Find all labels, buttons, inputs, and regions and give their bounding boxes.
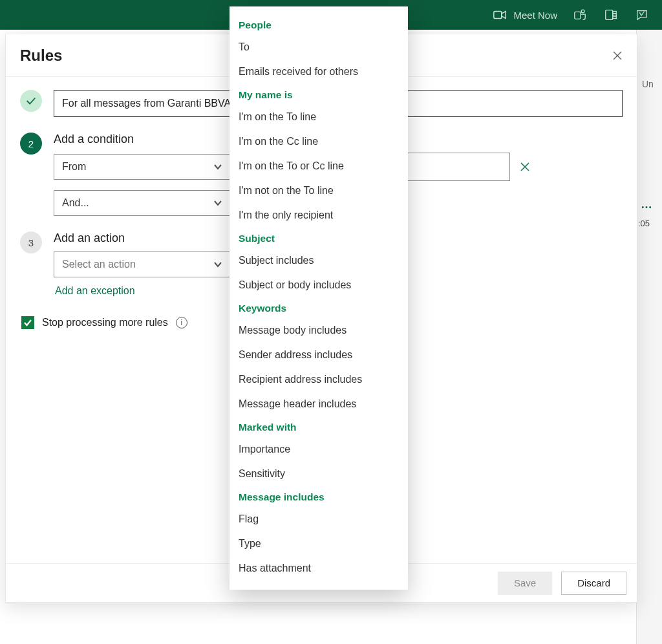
dropdown-item[interactable]: I'm on the To line (230, 105, 408, 129)
condition-from-value: From (62, 161, 86, 173)
dropdown-group-header: Message includes (230, 486, 408, 507)
svg-marker-1 (502, 12, 506, 19)
time-label: :05 (638, 219, 650, 228)
step2-bullet: 2 (20, 133, 42, 155)
save-button[interactable]: Save (498, 572, 552, 595)
dropdown-item[interactable]: Sender address includes (230, 343, 408, 367)
dropdown-item[interactable]: Subject or body includes (230, 273, 408, 297)
svg-point-3 (581, 10, 584, 13)
dropdown-item[interactable]: Flag (230, 507, 408, 531)
x-icon (519, 161, 531, 173)
video-icon (493, 8, 507, 22)
dropdown-item[interactable]: I'm not on the To line (230, 178, 408, 203)
dropdown-item[interactable]: Message header includes (230, 392, 408, 416)
stop-processing-checkbox[interactable] (21, 316, 34, 329)
meet-now-label: Meet Now (513, 10, 557, 21)
dropdown-group-header: Marked with (230, 416, 408, 437)
chevron-down-icon (213, 260, 222, 269)
svg-rect-0 (494, 12, 502, 19)
dropdown-item[interactable]: Recipient address includes (230, 367, 408, 392)
dropdown-item[interactable]: Message body includes (230, 318, 408, 343)
more-icon[interactable]: … (641, 198, 654, 211)
condition-dropdown: PeopleToEmails received for othersMy nam… (230, 6, 408, 590)
dropdown-item[interactable]: Subject includes (230, 248, 408, 273)
chevron-down-icon (213, 162, 222, 171)
action-select[interactable]: Select an action (54, 252, 231, 277)
teams-icon[interactable] (571, 6, 588, 23)
dropdown-item[interactable]: I'm on the To or Cc line (230, 154, 408, 178)
dropdown-group-header: My name is (230, 84, 408, 105)
dropdown-item[interactable]: I'm the only recipient (230, 203, 408, 228)
condition-and-select[interactable]: And... (54, 190, 231, 216)
stop-processing-label: Stop processing more rules (42, 317, 168, 328)
background-list-strip: Un … :05 (636, 30, 662, 644)
action-placeholder: Select an action (62, 259, 136, 270)
svg-rect-7 (613, 16, 617, 19)
svg-rect-4 (606, 10, 613, 20)
dropdown-group-header: Keywords (230, 297, 408, 318)
dropdown-group-header: Subject (230, 228, 408, 248)
dropdown-item[interactable]: Emails received for others (230, 59, 408, 84)
step1-bullet (20, 90, 42, 112)
dropdown-item[interactable]: Sensitivity (230, 462, 408, 486)
dropdown-item[interactable]: To (230, 35, 408, 59)
meet-now-button[interactable]: Meet Now (493, 8, 557, 22)
dropdown-item[interactable]: I'm on the Cc line (230, 129, 408, 154)
dropdown-group-header: People (230, 14, 408, 35)
remove-condition-button[interactable] (519, 161, 531, 173)
step3-bullet: 3 (20, 231, 42, 253)
truncated-label: Un (642, 79, 654, 89)
check-icon (25, 95, 37, 107)
tips-icon[interactable] (634, 6, 650, 23)
condition-and-value: And... (62, 197, 89, 209)
chevron-down-icon (213, 199, 222, 208)
discard-button[interactable]: Discard (561, 572, 626, 595)
info-icon[interactable]: i (176, 317, 187, 328)
condition-from-select[interactable]: From (54, 154, 231, 180)
check-icon (23, 318, 32, 327)
modal-title: Rules (20, 47, 62, 65)
dropdown-item[interactable]: Has attachment (230, 556, 408, 581)
onenote-icon[interactable] (603, 6, 619, 23)
close-icon (612, 50, 623, 61)
svg-rect-2 (575, 12, 581, 19)
close-button[interactable] (611, 49, 624, 62)
dropdown-item[interactable]: Type (230, 531, 408, 556)
dropdown-item[interactable]: Importance (230, 437, 408, 462)
